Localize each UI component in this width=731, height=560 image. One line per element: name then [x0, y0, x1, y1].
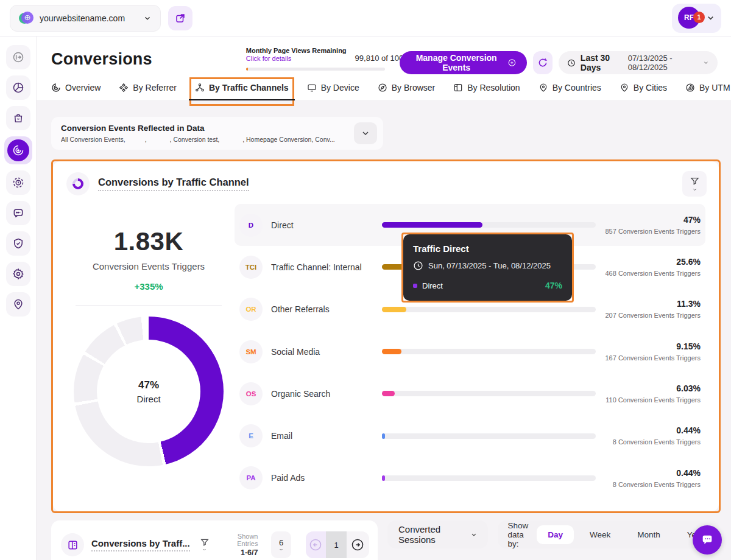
chat-support-button[interactable] — [693, 525, 722, 555]
events-bar-expand-button[interactable] — [354, 122, 377, 144]
overview-icon — [51, 83, 61, 93]
session-recording-icon — [12, 177, 24, 189]
tab-overview[interactable]: Overview — [51, 83, 101, 100]
sidebar-item-conversions[interactable] — [4, 136, 32, 164]
channel-label: Paid Ads — [271, 473, 373, 483]
tab-by-browser[interactable]: By Browser — [378, 83, 436, 100]
channel-badge: PA — [239, 466, 263, 489]
pageviews-label: Monthly Page Views Remaining — [246, 46, 347, 55]
chevron-down-icon — [143, 14, 152, 23]
website-selector[interactable]: ⊕ yourwebsitename.com — [10, 5, 161, 32]
sidebar-collapse-icon[interactable] — [6, 45, 30, 69]
period-month[interactable]: Month — [626, 525, 671, 544]
tab-by-resolution[interactable]: By Resolution — [453, 83, 520, 100]
chart-filter-button[interactable] — [682, 171, 707, 197]
chevron-down-icon — [706, 13, 715, 23]
channel-percent: 47% — [683, 215, 701, 225]
sidebar-item-ecommerce[interactable] — [6, 106, 30, 130]
chevron-down-icon — [703, 59, 709, 66]
sidebar-item-privacy[interactable] — [6, 231, 30, 256]
show-data-by-group: Show data by: Day Week Month Year — [498, 520, 719, 548]
refresh-button[interactable] — [533, 51, 553, 74]
metric-dropdown-value: Converted Sessions — [398, 524, 463, 545]
manage-conversion-events-button[interactable]: Manage Conversion Events — [400, 51, 528, 74]
countries-pin-icon — [539, 83, 548, 93]
previous-page-button[interactable] — [306, 531, 327, 558]
channel-percent: 6.03% — [676, 383, 701, 393]
period-day[interactable]: Day — [537, 525, 574, 544]
chart-summary-panel: 1.83K Conversion Events Triggers +335% 4… — [66, 204, 231, 499]
tooltip-annotation-box: Traffic Direct Sun, 07/13/2025 - Tue, 08… — [401, 233, 574, 303]
tab-label: By UTM Campaign — [699, 83, 731, 93]
table-filter-button[interactable] — [200, 537, 210, 552]
tab-by-countries[interactable]: By Countries — [539, 83, 601, 100]
tooltip-title: Traffic Direct — [413, 243, 562, 254]
resolution-icon — [453, 83, 463, 93]
channel-bar — [382, 222, 596, 228]
table-title: Conversions by Traff... — [91, 538, 190, 551]
chart-title: Conversions by Traffic Channel — [98, 177, 249, 191]
tab-label: By Cities — [634, 83, 667, 93]
tab-by-traffic-channels[interactable]: By Traffic Channels — [195, 83, 289, 100]
tab-by-cities[interactable]: By Cities — [620, 83, 667, 100]
filter-funnel-icon — [690, 176, 700, 186]
shown-entries-label: Shown Entries — [222, 533, 258, 547]
refresh-icon — [537, 57, 548, 68]
device-icon — [307, 83, 317, 93]
page-size-value: 6 — [279, 538, 283, 547]
open-website-button[interactable] — [168, 6, 192, 30]
channel-row-organic-search[interactable]: OS Organic Search 6.03%110 Conversion Ev… — [235, 373, 705, 415]
plus-circle-icon — [507, 57, 517, 68]
donut-center-percent: 47% — [138, 379, 159, 391]
tooltip-date: Sun, 07/13/2025 - Tue, 08/12/2025 — [428, 261, 551, 270]
sidebar-item-session-recordings[interactable] — [6, 170, 30, 195]
location-pin-icon — [12, 298, 24, 310]
traffic-channels-icon — [195, 83, 205, 93]
sidebar-item-locations[interactable] — [6, 292, 30, 317]
tab-by-referrer[interactable]: By Referrer — [119, 83, 177, 100]
tab-by-device[interactable]: By Device — [307, 83, 359, 100]
channel-badge: OS — [239, 382, 263, 405]
period-week[interactable]: Week — [579, 525, 621, 544]
events-bar-list: All Conversion Events, , , Conversion te… — [61, 136, 354, 143]
account-menu[interactable]: RF 1 — [672, 4, 721, 33]
chart-card-annotation-box: Conversions by Traffic Channel 1.83K Con… — [51, 159, 721, 513]
conversions-by-traffic-channel-card: Conversions by Traffic Channel 1.83K Con… — [53, 161, 719, 511]
chat-bubble-icon — [701, 533, 714, 547]
divider — [76, 305, 222, 306]
notification-badge: 1 — [693, 12, 705, 23]
channel-badge: OR — [239, 298, 263, 321]
pageviews-details-link[interactable]: Click for details — [246, 55, 347, 62]
conversions-icon — [7, 139, 29, 161]
avatar: RF 1 — [678, 7, 701, 30]
conversion-events-filter-bar: Conversion Events Reflected in Data All … — [51, 117, 383, 150]
current-page: 1 — [326, 531, 347, 558]
channel-percent: 0.44% — [676, 425, 701, 435]
channel-percent: 9.15% — [676, 341, 701, 351]
channel-badge: TCI — [239, 256, 263, 279]
shield-check-icon — [12, 237, 24, 250]
sidebar-item-settings[interactable] — [6, 262, 30, 286]
website-name: yourwebsitename.com — [40, 13, 137, 23]
tab-by-utm-campaign[interactable]: By UTM Campaign — [685, 83, 731, 100]
donut-chart[interactable]: 47% Direct — [74, 317, 224, 466]
shopping-bag-icon — [12, 112, 24, 124]
change-percent: +335% — [134, 281, 163, 292]
date-range-picker[interactable]: Last 30 Days 07/13/2025 - 08/12/2025 — [559, 51, 718, 74]
sidebar-item-dashboard[interactable] — [6, 75, 30, 100]
events-bar-title: Conversion Events Reflected in Data — [61, 124, 354, 133]
chevron-down-icon — [278, 547, 284, 552]
page-size-selector[interactable]: 6 — [271, 531, 291, 558]
sidebar-item-feedback[interactable] — [6, 201, 30, 225]
channel-row-paid-ads[interactable]: PA Paid Ads 0.44%8 Conversion Events Tri… — [235, 457, 705, 499]
donut-center-label: Direct — [136, 394, 160, 404]
next-page-button[interactable] — [347, 531, 369, 558]
metric-dropdown[interactable]: Converted Sessions — [387, 520, 488, 548]
filter-funnel-icon — [200, 537, 210, 547]
channel-row-social-media[interactable]: SM Social Media 9.15%167 Conversion Even… — [235, 331, 705, 373]
channel-row-email[interactable]: E Email 0.44%8 Conversion Events Trigger… — [235, 415, 705, 457]
channel-count: 468 Conversion Events Triggers — [604, 269, 701, 278]
series-color-dot — [413, 284, 417, 288]
shown-entries-value: 1-6/7 — [222, 548, 258, 557]
channel-percent: 0.44% — [676, 468, 701, 478]
